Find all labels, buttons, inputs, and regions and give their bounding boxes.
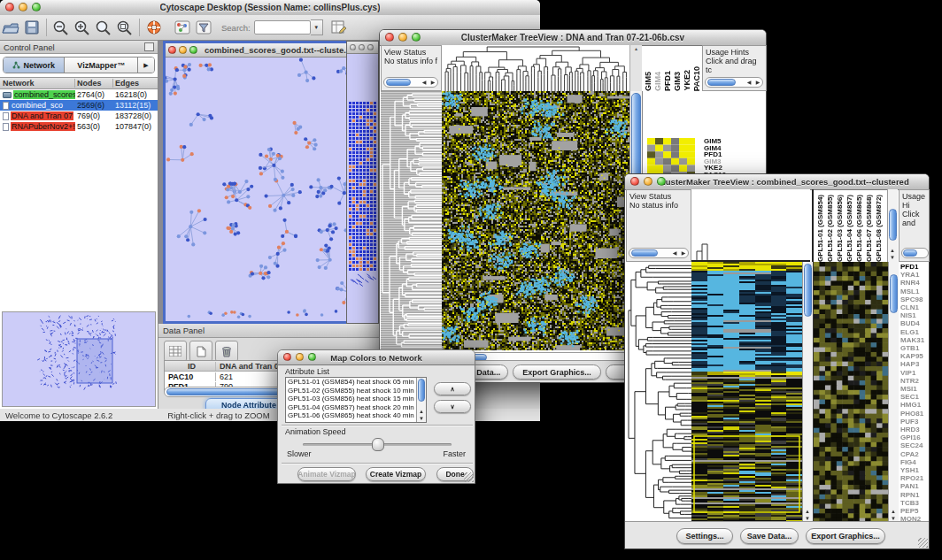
close-icon[interactable] xyxy=(168,46,176,54)
close-icon[interactable] xyxy=(350,44,356,50)
scroll-right-icon[interactable]: ▶ xyxy=(679,250,688,256)
attribute-browser-icon[interactable] xyxy=(328,18,350,37)
zoom-fit-icon[interactable] xyxy=(114,18,135,37)
export-graphics-button[interactable]: Export Graphics... xyxy=(513,364,601,380)
close-icon[interactable] xyxy=(283,353,291,361)
network-row[interactable]: combined_scores 2764(0) 16218(0) xyxy=(0,89,158,100)
gene-label[interactable]: YRA1 xyxy=(900,271,930,279)
column-label[interactable]: GIM3 xyxy=(673,72,683,91)
gene-label[interactable]: HRD3 xyxy=(900,426,930,433)
dialog-titlebar[interactable]: Map Colors to Network xyxy=(278,350,475,365)
column-labels[interactable]: GIM5GIM4PFD1GIM3YKE2PAC10 xyxy=(644,45,702,93)
zoom-window-icon[interactable] xyxy=(412,33,421,42)
minimize-icon[interactable] xyxy=(644,177,652,186)
attribute-list-item[interactable]: GPL51-01 (GSM854) heat shock 05 min xyxy=(286,378,415,387)
scroll-left-icon[interactable]: ◀ xyxy=(420,80,429,85)
scroll-right-icon[interactable]: ▶ xyxy=(429,80,437,85)
gene-label[interactable]: RNR4 xyxy=(900,279,930,287)
network-table-header[interactable]: Network Nodes Edges xyxy=(0,77,158,89)
usage-hints-scrollbar[interactable]: ◀ ▶ xyxy=(705,77,763,88)
scroll-up-icon[interactable]: ▲ xyxy=(889,509,898,514)
gene-list[interactable]: PFD1YRA1RNR4MSL1SPC98CLN1NIS1BUD4ELG1MAK… xyxy=(900,263,930,523)
column-dendrogram-area[interactable] xyxy=(691,189,810,262)
gene-label[interactable]: TCB3 xyxy=(900,499,930,507)
move-down-button[interactable]: ∨ xyxy=(434,400,471,413)
resize-grip[interactable] xyxy=(918,538,928,548)
column-label[interactable]: GPL51-01 (GSM854) xyxy=(815,195,825,262)
network-row[interactable]: DNA and Tran 07 769(0) 183728(0) xyxy=(0,111,158,121)
speed-slider-thumb[interactable] xyxy=(372,438,384,451)
column-label[interactable]: YKE2 xyxy=(683,70,692,91)
column-dendrogram[interactable] xyxy=(442,45,629,93)
tab-network[interactable]: Network xyxy=(4,58,65,73)
tab-vizmapper[interactable]: VizMapper™ xyxy=(65,58,138,73)
gene-label[interactable]: CPA2 xyxy=(900,450,930,458)
gene-label[interactable]: PFD1 xyxy=(900,263,930,271)
minimize-icon[interactable] xyxy=(398,33,407,42)
zoom-window-icon[interactable] xyxy=(367,44,374,50)
gene-label[interactable]: FIG4 xyxy=(900,458,930,466)
new-attribute-icon[interactable] xyxy=(189,341,212,362)
gene-label[interactable]: SEC1 xyxy=(900,393,930,401)
gene-label[interactable]: MAK31 xyxy=(900,336,930,344)
column-labels[interactable]: GPL51-01 (GSM854)GPL51-02 (GSM855)GPL51-… xyxy=(812,189,891,264)
gene-label[interactable]: MSI1 xyxy=(900,385,930,393)
gene-label[interactable]: PUF3 xyxy=(900,418,930,426)
minimize-icon[interactable] xyxy=(359,44,365,50)
gene-label[interactable]: PAN1 xyxy=(900,482,930,490)
filter-icon[interactable] xyxy=(193,18,214,37)
row-labels[interactable]: GIM5GIM4PFD1GIM3YKE2PAC10 xyxy=(704,138,766,179)
save-session-button[interactable] xyxy=(21,18,42,37)
column-label[interactable]: GPL51-06 (GSM865) xyxy=(854,195,864,262)
move-up-button[interactable]: ∧ xyxy=(434,382,471,395)
scroll-up-icon[interactable]: ▲ xyxy=(888,248,897,253)
close-icon[interactable] xyxy=(5,3,14,12)
usage-hints-scrollbar[interactable] xyxy=(901,248,929,258)
float-panel-icon[interactable] xyxy=(144,42,154,51)
close-icon[interactable] xyxy=(630,177,639,186)
minimize-icon[interactable] xyxy=(296,353,304,361)
search-dropdown-button[interactable]: ▼ xyxy=(311,19,323,35)
column-label[interactable]: GIM5 xyxy=(644,72,653,91)
gene-label[interactable]: PEP5 xyxy=(900,507,930,515)
zoom-out-icon[interactable] xyxy=(50,18,72,37)
attribute-list-item[interactable]: GPL51-04 (GSM857) heat shock 20 min xyxy=(286,403,415,412)
gene-label[interactable]: BUD4 xyxy=(900,319,930,327)
attribute-list-item[interactable]: GPL51-06 (GSM865) heat shock 40 min xyxy=(286,411,415,420)
gene-label[interactable]: SPC98 xyxy=(900,295,930,303)
help-icon[interactable] xyxy=(143,18,165,37)
gene-label[interactable]: HMG1 xyxy=(900,401,930,409)
close-icon[interactable] xyxy=(385,33,394,42)
zoom-in-icon[interactable] xyxy=(72,18,93,37)
heatmap-canvas[interactable] xyxy=(691,262,802,523)
zoom-window-icon[interactable] xyxy=(189,46,197,54)
gene-label[interactable]: YSH1 xyxy=(900,466,930,474)
column-label[interactable]: GPL51-03 (GSM856) xyxy=(835,195,845,262)
attribute-list-item[interactable]: GPL51-02 (GSM855) heat shock 10 min xyxy=(286,387,415,395)
column-label[interactable]: GPL51-08 (GSM872) xyxy=(874,195,884,262)
gene-label[interactable]: NIS1 xyxy=(900,311,930,319)
create-vizmap-button[interactable]: Create Vizmap xyxy=(366,467,426,481)
gene-label[interactable]: GPI16 xyxy=(900,433,930,441)
attribute-list-item[interactable]: GPL51-03 (GSM856) heat shock 15 min xyxy=(286,395,415,403)
column-label[interactable]: GIM4 xyxy=(653,72,663,91)
zoom-heatmap-scrollbar[interactable]: ▲ ▼ xyxy=(888,262,899,523)
column-label[interactable]: GPL51-02 (GSM855) xyxy=(825,195,835,262)
minimize-icon[interactable] xyxy=(19,3,27,12)
view-status-scrollbar[interactable]: ◀ ▶ xyxy=(383,77,438,88)
row-dendrogram[interactable] xyxy=(626,262,691,523)
open-session-button[interactable] xyxy=(0,18,21,37)
network-canvas-2[interactable] xyxy=(347,54,378,324)
scroll-left-icon[interactable]: ◀ xyxy=(670,250,679,256)
attribute-list-item[interactable]: GPL51-07 (GSM868) heat shock 60 min xyxy=(286,420,415,424)
treeview-combined-titlebar[interactable]: ClusterMaker TreeView : combined_scores_… xyxy=(625,174,929,190)
gene-label[interactable]: RPN1 xyxy=(900,491,930,499)
gene-label[interactable]: CLN1 xyxy=(900,303,930,311)
view-status-scrollbar[interactable]: ◀ ▶ xyxy=(629,248,689,258)
birds-eye-view[interactable] xyxy=(2,311,156,407)
tab-overflow-button[interactable]: ▶ xyxy=(138,58,154,73)
column-labels-scrollbar[interactable]: ▲ ▼ xyxy=(887,189,898,262)
delete-attribute-icon[interactable] xyxy=(215,341,238,362)
gene-label[interactable]: ELG1 xyxy=(900,328,930,336)
main-titlebar[interactable]: Cytoscape Desktop (Session Name: collins… xyxy=(0,0,540,16)
